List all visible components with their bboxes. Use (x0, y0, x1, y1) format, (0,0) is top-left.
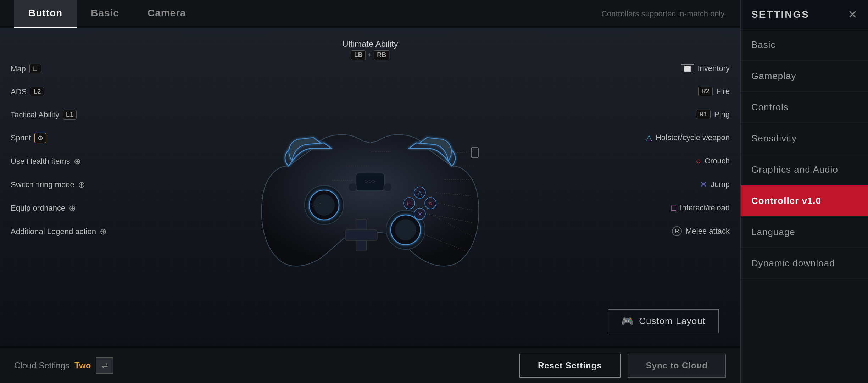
cloud-toggle-button[interactable]: ⇌ (96, 357, 113, 374)
svg-rect-32 (471, 148, 478, 157)
ultimate-text: Ultimate Ability (342, 39, 398, 49)
tab-button[interactable]: Button (14, 0, 77, 28)
main-content: Button Basic Camera Controllers supporte… (0, 0, 740, 383)
sidebar-item-gameplay[interactable]: Gameplay (741, 61, 868, 92)
custom-layout-button[interactable]: 🎮 Custom Layout (608, 309, 719, 333)
label-health: Use Health items ⊕ (11, 156, 107, 166)
svg-text:△: △ (418, 190, 422, 196)
cloud-settings: Cloud Settings Two ⇌ (14, 357, 113, 374)
label-jump: Jump ✕ (646, 179, 730, 189)
label-interact: Interact/reload □ (646, 203, 730, 213)
sidebar-item-basic[interactable]: Basic (741, 29, 868, 61)
sidebar-item-language[interactable]: Language (741, 217, 868, 248)
svg-point-2 (313, 194, 335, 216)
label-ordnance: Equip ordnance ⊕ (11, 203, 107, 213)
label-ping: Ping R1 (646, 110, 730, 119)
label-ads: ADS L2 (11, 87, 107, 96)
svg-text:✕: ✕ (418, 211, 422, 217)
label-firing: Switch firing mode ⊕ (11, 180, 107, 190)
right-labels: Inventory ⬜ Fire R2 Ping R1 Holster/cycl… (646, 64, 730, 236)
close-icon[interactable]: ✕ (848, 8, 857, 21)
rb-badge: RB (374, 50, 389, 60)
label-map: Map □ (11, 64, 107, 73)
left-labels: Map □ ADS L2 Tactical Ability L1 Sprint … (11, 64, 107, 237)
controller-area: Ultimate Ability LB + RB Map □ ADS L2 Ta… (0, 28, 740, 348)
settings-header: SETTINGS ✕ (741, 0, 868, 29)
label-holster: Holster/cycle weapon △ (646, 133, 730, 143)
label-sprint: Sprint ⊙ (11, 133, 107, 143)
svg-text:>>>: >>> (365, 178, 376, 185)
custom-layout-icon: 🎮 (621, 315, 634, 327)
label-inventory: Inventory ⬜ (646, 64, 730, 73)
sidebar-item-dynamic[interactable]: Dynamic download (741, 248, 868, 279)
cloud-settings-label: Cloud Settings (14, 361, 69, 371)
reset-settings-button[interactable]: Reset Settings (519, 354, 621, 378)
label-crouch: Crouch ○ (646, 156, 730, 166)
tab-camera[interactable]: Camera (133, 0, 200, 28)
bottom-bar: Cloud Settings Two ⇌ Reset Settings Sync… (0, 348, 740, 383)
sidebar: SETTINGS ✕ Basic Gameplay Controls Sensi… (740, 0, 868, 383)
controller-image: △ ○ ✕ □ >>> (246, 102, 494, 281)
svg-rect-7 (345, 230, 377, 240)
cloud-value: Two (74, 361, 91, 371)
ultimate-label: Ultimate Ability LB + RB (342, 39, 398, 60)
tab-hint: Controllers supported in-match only. (601, 9, 726, 18)
tab-basic[interactable]: Basic (77, 0, 133, 28)
svg-point-18 (348, 183, 357, 192)
svg-point-19 (384, 183, 392, 192)
label-tactical: Tactical Ability L1 (11, 110, 107, 120)
ultimate-badges: LB + RB (342, 50, 398, 60)
label-melee: Melee attack R (646, 226, 730, 236)
sidebar-item-controls[interactable]: Controls (741, 92, 868, 123)
label-fire: Fire R2 (646, 87, 730, 96)
sidebar-item-graphics-audio[interactable]: Graphics and Audio (741, 154, 868, 185)
settings-title: SETTINGS (751, 9, 809, 20)
plus-sign: + (368, 51, 372, 59)
svg-text:□: □ (407, 200, 411, 206)
sidebar-item-controller[interactable]: Controller v1.0 (741, 185, 868, 217)
label-legend: Additional Legend action ⊕ (11, 227, 107, 237)
sync-to-cloud-button[interactable]: Sync to Cloud (628, 354, 726, 378)
cloud-toggle-icon: ⇌ (101, 361, 108, 370)
sidebar-item-sensitivity[interactable]: Sensitivity (741, 123, 868, 154)
svg-text:○: ○ (429, 200, 432, 206)
custom-layout-label: Custom Layout (639, 316, 706, 327)
tab-bar: Button Basic Camera Controllers supporte… (0, 0, 740, 28)
lb-badge: LB (351, 50, 366, 60)
